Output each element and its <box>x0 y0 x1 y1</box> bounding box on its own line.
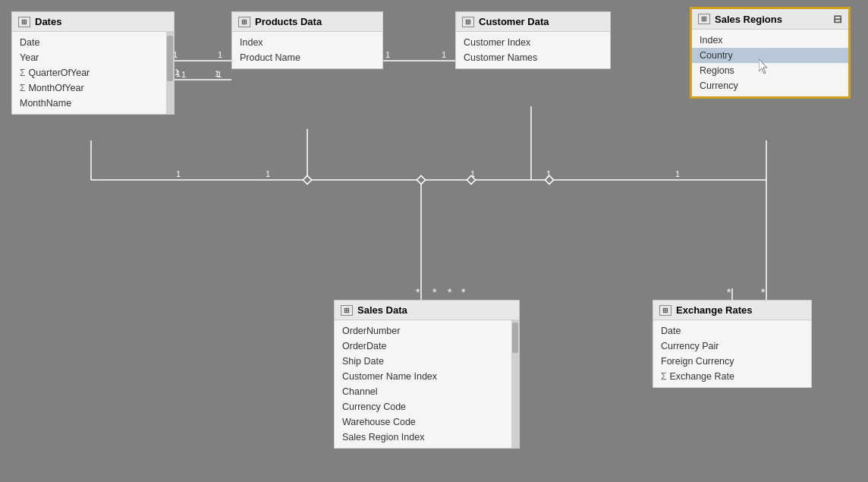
field-name: Product Name <box>240 52 300 63</box>
field-name: Customer Names <box>464 52 537 63</box>
svg-text:1: 1 <box>385 50 390 59</box>
table-row: Country <box>692 48 848 63</box>
exchange-rates-table-header: ⊞ Exchange Rates <box>653 301 811 320</box>
svg-text:1: 1 <box>217 70 222 79</box>
sales-regions-table[interactable]: ⊞ Sales Regions ⊟ Index Country Regions … <box>690 8 850 98</box>
table-row: Customer Names <box>456 50 610 65</box>
customer-table-body: Customer Index Customer Names <box>456 32 610 68</box>
scrollbar-thumb <box>167 36 173 81</box>
sales-data-table-title: Sales Data <box>357 304 407 316</box>
sigma-icon: Σ <box>20 83 25 93</box>
scrollbar[interactable] <box>511 320 519 448</box>
svg-text:1: 1 <box>546 169 551 178</box>
table-icon: ⊞ <box>18 17 30 27</box>
svg-text:*: * <box>416 286 420 298</box>
products-table-title: Products Data <box>255 16 322 27</box>
table-row: Currency Pair <box>653 339 811 354</box>
field-name: OrderDate <box>342 341 386 351</box>
dates-table-header: ⊞ Dates <box>12 12 174 32</box>
sales-data-table-header: ⊞ Sales Data <box>335 301 519 320</box>
svg-text:1: 1 <box>266 169 270 178</box>
products-table[interactable]: ⊞ Products Data Index Product Name <box>231 11 383 69</box>
field-name: Regions <box>700 65 734 76</box>
field-name: Customer Index <box>464 37 530 48</box>
field-name: Currency Code <box>342 402 406 412</box>
field-name: Index <box>240 37 263 48</box>
table-row: Customer Name Index <box>335 369 519 384</box>
svg-text:*: * <box>761 286 766 298</box>
scrollbar[interactable] <box>166 32 174 114</box>
field-name: Warehouse Code <box>342 417 416 427</box>
table-row: Index <box>232 35 382 50</box>
field-name: Currency <box>700 80 738 91</box>
svg-text:*: * <box>448 286 452 298</box>
customer-table-header: ⊞ Customer Data <box>456 12 610 32</box>
table-row: OrderDate <box>335 339 519 354</box>
table-row: Currency <box>692 78 848 93</box>
svg-text:1: 1 <box>176 169 181 178</box>
table-row: Date <box>653 323 811 339</box>
field-name: Exchange Rate <box>669 371 734 382</box>
field-name: Customer Name Index <box>342 371 437 382</box>
sigma-icon: Σ <box>661 371 666 382</box>
table-row: Warehouse Code <box>335 414 519 430</box>
svg-text:1: 1 <box>215 69 219 78</box>
table-row: Regions <box>692 63 848 78</box>
table-row: Sales Region Index <box>335 430 519 445</box>
customer-table[interactable]: ⊞ Customer Data Customer Index Customer … <box>455 11 611 69</box>
svg-text:1: 1 <box>181 70 186 79</box>
field-name: Index <box>700 35 723 46</box>
sales-regions-table-body: Index Country Regions Currency <box>692 30 848 96</box>
svg-text:1: 1 <box>675 169 680 178</box>
svg-text:1: 1 <box>175 68 179 77</box>
dates-table[interactable]: ⊞ Dates Date Year Σ QuarterOfYear Σ Mont… <box>11 11 175 115</box>
exchange-rates-table[interactable]: ⊞ Exchange Rates Date Currency Pair Fore… <box>653 300 812 388</box>
products-table-header: ⊞ Products Data <box>232 12 382 32</box>
exchange-rates-table-title: Exchange Rates <box>676 304 752 316</box>
field-name: Ship Date <box>342 356 384 367</box>
table-row: Channel <box>335 384 519 399</box>
table-row: Date <box>12 35 174 50</box>
sales-data-table-body: OrderNumber OrderDate Ship Date Customer… <box>335 320 519 448</box>
field-name: Channel <box>342 386 378 397</box>
field-name: MonthOfYear <box>28 83 83 93</box>
svg-text:1: 1 <box>176 69 181 78</box>
exchange-rates-table-body: Date Currency Pair Foreign Currency Σ Ex… <box>653 320 811 387</box>
field-name: Year <box>20 52 39 63</box>
table-row: OrderNumber <box>335 323 519 339</box>
minimize-icon[interactable]: ⊟ <box>833 13 842 25</box>
svg-text:1: 1 <box>218 50 222 59</box>
field-name: Currency Pair <box>661 341 719 351</box>
sales-regions-table-title: Sales Regions <box>715 14 782 25</box>
sales-regions-table-header: ⊞ Sales Regions ⊟ <box>692 9 848 30</box>
table-icon: ⊞ <box>238 17 250 27</box>
dates-table-title: Dates <box>35 16 61 27</box>
diagram-canvas[interactable]: 1 1 * 1 1 * * * * * <box>0 0 868 482</box>
field-name: Country <box>700 50 733 61</box>
svg-text:1: 1 <box>470 169 475 178</box>
sales-data-table[interactable]: ⊞ Sales Data OrderNumber OrderDate Ship … <box>334 300 520 449</box>
table-row: Index <box>692 33 848 48</box>
table-row: Σ QuarterOfYear <box>12 65 174 80</box>
field-name: OrderNumber <box>342 326 400 336</box>
field-name: Foreign Currency <box>661 356 734 367</box>
dates-table-body: Date Year Σ QuarterOfYear Σ MonthOfYear … <box>12 32 174 114</box>
svg-rect-28 <box>417 175 425 184</box>
table-icon: ⊞ <box>462 17 474 27</box>
svg-rect-27 <box>303 175 311 184</box>
field-name: Sales Region Index <box>342 432 424 443</box>
svg-rect-30 <box>545 175 553 184</box>
customer-table-title: Customer Data <box>479 16 549 27</box>
table-row: Σ Exchange Rate <box>653 369 811 384</box>
table-icon: ⊞ <box>659 305 671 316</box>
table-icon: ⊞ <box>341 305 353 316</box>
table-row: Product Name <box>232 50 382 65</box>
table-row: Currency Code <box>335 399 519 414</box>
table-row: Customer Index <box>456 35 610 50</box>
field-name: Date <box>661 326 681 336</box>
svg-text:*: * <box>432 286 437 298</box>
field-name: QuarterOfYear <box>28 68 90 78</box>
field-name: Date <box>20 37 39 48</box>
svg-rect-29 <box>467 175 475 184</box>
scrollbar-thumb <box>512 323 518 353</box>
